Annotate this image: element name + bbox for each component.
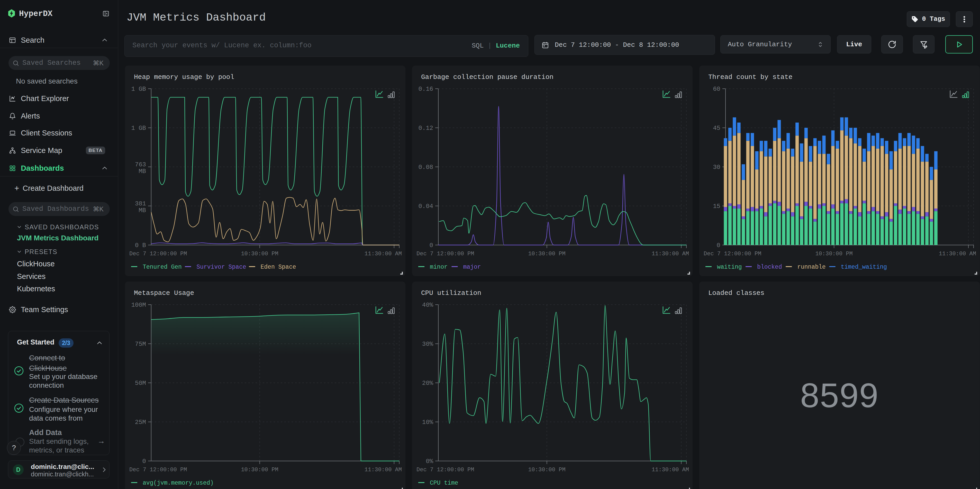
svg-text:Dec 7 12:00:00 PM: Dec 7 12:00:00 PM bbox=[417, 467, 474, 473]
svg-text:Eden Space: Eden Space bbox=[261, 264, 296, 271]
svg-text:Tenured Gen: Tenured Gen bbox=[143, 264, 182, 271]
svg-text:0.16: 0.16 bbox=[418, 86, 433, 92]
svg-text:0: 0 bbox=[142, 458, 146, 465]
svg-text:timed_waiting: timed_waiting bbox=[841, 264, 887, 271]
svg-text:1 GB: 1 GB bbox=[131, 125, 146, 132]
svg-text:100M: 100M bbox=[131, 301, 146, 309]
svg-text:0.12: 0.12 bbox=[418, 125, 433, 132]
svg-text:CPU time: CPU time bbox=[430, 480, 458, 486]
svg-text:Dec 7 12:00:00 PM: Dec 7 12:00:00 PM bbox=[704, 251, 761, 257]
svg-text:minor: minor bbox=[430, 264, 447, 271]
svg-text:10:30:00 PM: 10:30:00 PM bbox=[815, 251, 853, 257]
svg-text:10:30:00 PM: 10:30:00 PM bbox=[241, 251, 278, 257]
svg-text:10:30:00 PM: 10:30:00 PM bbox=[241, 467, 278, 473]
svg-text:MB: MB bbox=[138, 207, 146, 214]
svg-text:11:30:00 AM: 11:30:00 AM bbox=[364, 467, 402, 473]
svg-text:1 GB: 1 GB bbox=[131, 86, 146, 92]
svg-text:30%: 30% bbox=[422, 341, 433, 347]
svg-text:0.04: 0.04 bbox=[418, 203, 433, 210]
svg-text:Dec 7 12:00:00 PM: Dec 7 12:00:00 PM bbox=[417, 251, 474, 257]
svg-text:0%: 0% bbox=[426, 458, 433, 465]
svg-text:11:30:00 AM: 11:30:00 AM bbox=[652, 467, 689, 473]
svg-text:60: 60 bbox=[713, 86, 720, 92]
svg-text:MB: MB bbox=[138, 168, 146, 175]
svg-text:30: 30 bbox=[713, 164, 720, 171]
svg-text:40%: 40% bbox=[422, 301, 433, 309]
svg-text:45: 45 bbox=[713, 125, 720, 132]
svg-text:avg(jvm.memory.used): avg(jvm.memory.used) bbox=[143, 480, 214, 486]
svg-text:waiting: waiting bbox=[717, 264, 742, 271]
svg-text:0: 0 bbox=[430, 242, 433, 249]
svg-text:75M: 75M bbox=[135, 341, 146, 347]
svg-text:Survivor Space: Survivor Space bbox=[196, 264, 246, 271]
svg-text:10%: 10% bbox=[422, 419, 433, 426]
svg-text:50M: 50M bbox=[135, 380, 146, 387]
svg-text:10:30:00 PM: 10:30:00 PM bbox=[528, 251, 565, 257]
svg-text:20%: 20% bbox=[422, 380, 433, 387]
svg-text:major: major bbox=[463, 264, 481, 271]
svg-text:0 B: 0 B bbox=[135, 242, 146, 249]
svg-text:11:30:00 AM: 11:30:00 AM bbox=[652, 251, 689, 257]
svg-text:11:30:00 AM: 11:30:00 AM bbox=[939, 251, 976, 257]
svg-text:25M: 25M bbox=[135, 419, 146, 426]
svg-text:10:30:00 PM: 10:30:00 PM bbox=[528, 467, 565, 473]
svg-text:blocked: blocked bbox=[757, 264, 782, 271]
svg-text:381: 381 bbox=[135, 200, 146, 207]
svg-text:763: 763 bbox=[135, 161, 146, 168]
svg-text:runnable: runnable bbox=[797, 264, 826, 271]
svg-text:15: 15 bbox=[713, 203, 720, 210]
svg-text:Dec 7 12:00:00 PM: Dec 7 12:00:00 PM bbox=[129, 467, 187, 473]
svg-text:0: 0 bbox=[717, 242, 720, 249]
svg-text:11:30:00 AM: 11:30:00 AM bbox=[364, 251, 402, 257]
svg-text:Dec 7 12:00:00 PM: Dec 7 12:00:00 PM bbox=[129, 251, 187, 257]
svg-text:0.08: 0.08 bbox=[418, 164, 433, 171]
